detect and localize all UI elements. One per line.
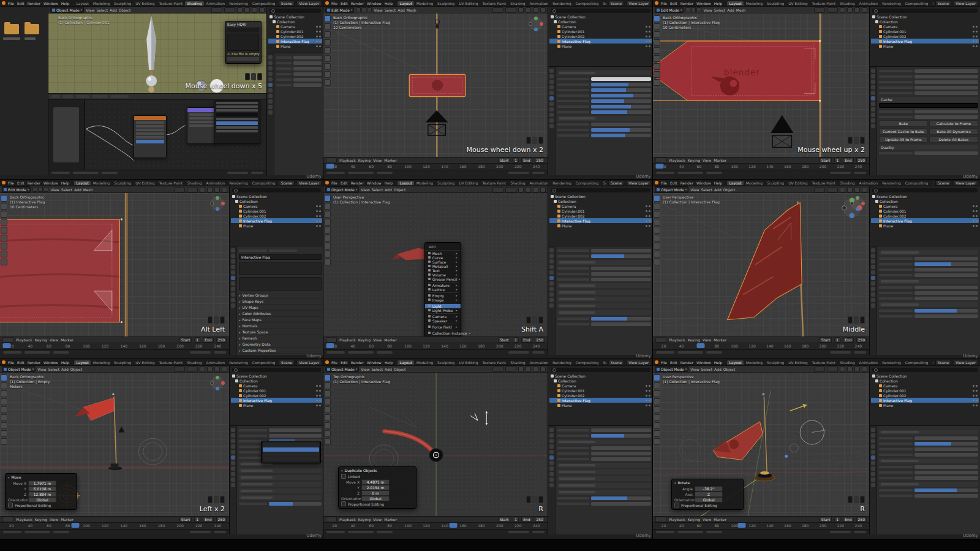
visibility-toggles[interactable] bbox=[973, 385, 978, 387]
operator-field-value[interactable]: 2.0154 m bbox=[361, 485, 390, 490]
select-mode-toggles[interactable] bbox=[685, 7, 701, 12]
properties-tab-icon[interactable] bbox=[549, 107, 554, 112]
outliner-row[interactable]: Camera bbox=[871, 203, 979, 208]
tool-icon[interactable] bbox=[324, 382, 331, 389]
property-value-field[interactable] bbox=[591, 77, 651, 81]
add-menu-item[interactable]: Mesh▸ bbox=[425, 251, 461, 256]
tool-icon[interactable] bbox=[324, 47, 331, 54]
tool-icon[interactable] bbox=[654, 227, 660, 234]
outliner-row-collection[interactable]: Collection bbox=[549, 19, 652, 24]
property-value-field[interactable] bbox=[591, 128, 651, 132]
property-value-field[interactable] bbox=[914, 91, 978, 95]
viewport-3d[interactable]: User Perspective(1) Collection | Interac… bbox=[653, 373, 869, 516]
workspace-tab[interactable]: Rendering bbox=[551, 1, 573, 6]
topbar-menu[interactable]: File bbox=[331, 181, 338, 185]
workspace-tab[interactable]: Texture Paint bbox=[157, 181, 184, 185]
topbar-menu[interactable]: Edit bbox=[669, 181, 678, 185]
outliner-row[interactable]: Cylinder.001 bbox=[871, 208, 979, 213]
outliner-row[interactable]: Plane bbox=[231, 223, 322, 228]
workspace-tab[interactable]: Layout bbox=[398, 1, 413, 6]
outliner-row-scene-collection[interactable]: Scene Collection bbox=[268, 14, 322, 19]
topbar-menu[interactable]: Edit bbox=[17, 1, 25, 6]
playhead[interactable] bbox=[450, 523, 458, 528]
topbar-menu[interactable]: Window bbox=[696, 181, 712, 185]
properties-tab-icon[interactable] bbox=[871, 85, 875, 89]
topbar-menu[interactable]: Window bbox=[696, 360, 712, 365]
viewport-menu[interactable]: Select bbox=[61, 188, 73, 192]
flag-pole[interactable] bbox=[764, 397, 767, 476]
folder-icon[interactable] bbox=[24, 24, 39, 34]
add-menu-item[interactable]: Camera▸ bbox=[425, 314, 461, 319]
viewport-3d[interactable]: User Perspective(1) Collection | Interac… bbox=[323, 193, 548, 336]
property-value-field[interactable] bbox=[591, 249, 651, 253]
scene-selector[interactable]: Scene bbox=[279, 1, 295, 6]
timeline-menu[interactable]: Playback bbox=[669, 158, 685, 162]
viewport-3d[interactable]: blender Back Orthographic(1) Collection … bbox=[653, 13, 869, 157]
outliner-row[interactable]: Interactive Flag bbox=[231, 398, 322, 403]
outliner-row[interactable]: Cylinder.001 bbox=[549, 29, 652, 34]
workspace-tab[interactable]: Animation bbox=[205, 1, 227, 6]
workspace-tab[interactable]: UV Editing bbox=[134, 1, 156, 6]
select-mode-toggles[interactable] bbox=[356, 7, 372, 12]
visibility-toggles[interactable] bbox=[646, 210, 650, 212]
viewport-3d[interactable]: Top Orthographic(1) Collection | Interac… bbox=[323, 373, 548, 516]
properties-tab-icon[interactable] bbox=[871, 276, 875, 280]
tool-icon[interactable] bbox=[654, 31, 660, 38]
outliner-row[interactable]: Cylinder.002 bbox=[268, 34, 322, 39]
timeline-menu[interactable]: Marker bbox=[714, 517, 726, 522]
topbar-menu[interactable]: Edit bbox=[17, 181, 25, 185]
properties-tab-icon[interactable] bbox=[871, 74, 875, 78]
view-layer-selector[interactable]: View Layer bbox=[296, 360, 322, 365]
outliner-row-collection[interactable]: Collection bbox=[231, 199, 322, 203]
shading-mode-button[interactable] bbox=[840, 187, 845, 192]
workspace-tab[interactable]: Scripting bbox=[601, 1, 606, 6]
viewport-menu[interactable]: View bbox=[37, 367, 46, 371]
topbar-menu[interactable]: Window bbox=[43, 181, 59, 185]
workspace-tab[interactable]: Compositing bbox=[574, 360, 601, 365]
property-value-field[interactable] bbox=[591, 110, 651, 114]
workspace-tab[interactable]: Shading bbox=[838, 181, 856, 185]
frame-start-value[interactable]: 1 bbox=[194, 517, 200, 522]
workspace-tab[interactable]: Rendering bbox=[227, 360, 250, 365]
mesh-name-field[interactable]: Interactive Flag bbox=[239, 254, 322, 260]
workspace-tab[interactable]: Animation bbox=[205, 181, 227, 185]
color-swatch[interactable] bbox=[216, 113, 258, 116]
viewport-menu[interactable]: Select bbox=[48, 367, 60, 371]
shader-properties-popup[interactable] bbox=[214, 100, 260, 144]
properties-tab-icon[interactable] bbox=[871, 303, 875, 308]
tool-icon[interactable] bbox=[654, 235, 660, 241]
shading-mode-button[interactable] bbox=[847, 187, 853, 192]
bump-node[interactable] bbox=[187, 107, 216, 144]
property-value-field[interactable] bbox=[591, 94, 651, 97]
outliner-row-collection[interactable]: Collection bbox=[871, 19, 979, 24]
properties-tab-icon[interactable] bbox=[231, 270, 235, 275]
mode-selector[interactable]: Object Mode▾ bbox=[50, 7, 84, 13]
outliner-row[interactable]: Cylinder.001 bbox=[231, 208, 322, 213]
outliner-row-scene-collection[interactable]: Scene Collection bbox=[549, 14, 652, 19]
operator-field-value[interactable]: 4.4871 m bbox=[361, 479, 390, 485]
select-tool-icon[interactable] bbox=[654, 15, 660, 22]
operator-field-value[interactable]: 6.0108 m bbox=[28, 486, 56, 492]
flag-object[interactable] bbox=[385, 431, 433, 452]
navigation-gizmo[interactable] bbox=[209, 375, 225, 393]
timeline-menu[interactable]: Marker bbox=[61, 517, 74, 522]
properties-tab-icon[interactable] bbox=[231, 254, 235, 258]
properties-tab-icon[interactable] bbox=[871, 118, 875, 123]
property-value-field[interactable] bbox=[293, 56, 322, 59]
tool-icon[interactable] bbox=[324, 406, 331, 413]
visibility-toggles[interactable] bbox=[646, 400, 650, 401]
tool-icon[interactable] bbox=[1, 243, 7, 249]
view-layer-selector[interactable]: View Layer bbox=[296, 180, 322, 186]
workspace-tab[interactable]: Compositing bbox=[251, 1, 277, 6]
scene-selector[interactable]: Scene bbox=[608, 180, 624, 186]
proportional-checkbox[interactable] bbox=[8, 503, 13, 507]
visibility-toggles[interactable] bbox=[316, 36, 321, 37]
timeline-mode-dropdown[interactable] bbox=[2, 517, 13, 522]
properties-tab-icon[interactable] bbox=[871, 91, 875, 95]
outliner-row[interactable]: Interactive Flag bbox=[549, 39, 652, 44]
outliner-row[interactable]: Plane bbox=[549, 403, 652, 408]
property-value-field[interactable] bbox=[591, 105, 651, 108]
add-menu-item[interactable]: Armature▸ bbox=[425, 283, 461, 287]
properties-tab-icon[interactable] bbox=[231, 292, 235, 297]
viewport-menu[interactable]: View bbox=[86, 8, 94, 12]
